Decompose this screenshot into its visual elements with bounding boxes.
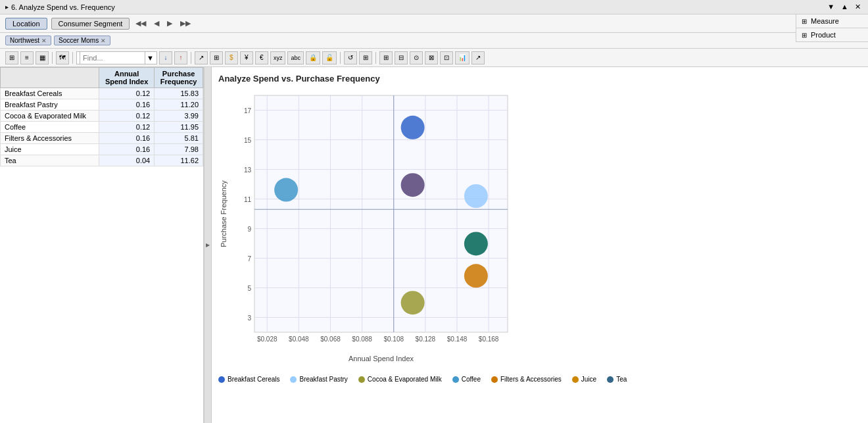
tb-export-icon[interactable]: ⊞: [359, 51, 372, 64]
nav-prev-button[interactable]: ◀: [152, 18, 161, 29]
svg-text:11: 11: [244, 196, 252, 203]
tb-chart-icon[interactable]: ▦: [36, 51, 49, 64]
svg-text:Purchase Frequency: Purchase Frequency: [220, 180, 228, 247]
bubble-breakfast-cereals[interactable]: [401, 116, 425, 139]
titlebar-controls: ▼ ▲ ✕: [825, 3, 863, 11]
tb-refresh-icon[interactable]: ↺: [344, 51, 357, 64]
measure-button[interactable]: ⊞ Measure: [796, 14, 868, 28]
bubble-filters-&-accessories[interactable]: [464, 264, 488, 287]
consumer-segment-button[interactable]: Consumer Segment: [51, 18, 130, 30]
tb-sep5: [375, 52, 376, 64]
table-row[interactable]: Tea 0.04 11.62: [1, 155, 203, 166]
tb-settings3[interactable]: ⊙: [410, 51, 423, 64]
nav-first-button[interactable]: ◀◀: [133, 18, 148, 29]
tb-abc-icon[interactable]: abc: [287, 51, 304, 64]
tb-settings5[interactable]: ⊡: [440, 51, 453, 64]
tb-dollar-icon[interactable]: $: [225, 51, 238, 64]
table-row[interactable]: Breakfast Cereals 0.12 15.83: [1, 88, 203, 99]
product-label: Product: [811, 31, 836, 39]
purchase-freq-cell: 3.99: [155, 111, 203, 122]
legend-dot: [358, 376, 365, 383]
location-button[interactable]: Location: [5, 18, 47, 30]
tb-link-icon[interactable]: ↗: [471, 51, 485, 64]
tb-grid-icon[interactable]: ⊞: [5, 51, 18, 64]
nav-next-button[interactable]: ▶: [165, 18, 174, 29]
tb-collapse-icon[interactable]: ⊞: [210, 51, 223, 64]
table-row[interactable]: Cocoa & Evaporated Milk 0.12 3.99: [1, 111, 203, 122]
tb-unlock-icon[interactable]: 🔓: [322, 51, 337, 64]
find-dropdown-arrow[interactable]: ▼: [147, 54, 154, 62]
svg-text:$0.128: $0.128: [416, 336, 436, 343]
svg-text:$0.108: $0.108: [383, 336, 404, 343]
chart-area: Analyze Spend vs. Purchase Frequency 357…: [212, 67, 868, 423]
legend-label: Filters & Accessories: [500, 376, 562, 383]
table-row[interactable]: Filters & Accessories 0.16 5.81: [1, 133, 203, 144]
legend-label: Breakfast Cereals: [228, 376, 279, 383]
bubble-breakfast-pastry[interactable]: [464, 184, 488, 208]
spend-index-cell: 0.12: [99, 88, 155, 99]
filter-northwest[interactable]: Northwest ✕: [5, 36, 51, 45]
filter-northwest-label: Northwest: [10, 37, 39, 44]
tb-settings2[interactable]: ⊟: [395, 51, 408, 64]
tb-map-icon[interactable]: 🗺: [56, 51, 69, 64]
spend-index-cell: 0.16: [99, 144, 155, 155]
tb-expand-icon[interactable]: ↗: [195, 51, 208, 64]
minimize-button[interactable]: ▼: [825, 3, 836, 11]
bubble-cocoa-&-evaporated-milk[interactable]: [401, 291, 425, 314]
legend-dot: [491, 376, 498, 383]
legend-item-filters-&-accessories: Filters & Accessories: [491, 376, 562, 383]
find-dropdown[interactable]: ▼: [76, 51, 157, 64]
tb-euro-icon[interactable]: €: [255, 51, 268, 64]
tb-find-down[interactable]: ↓: [159, 51, 172, 64]
tb-chart2-icon[interactable]: 📊: [455, 51, 470, 64]
table-area: AnnualSpend Index PurchaseFrequency Brea…: [0, 67, 204, 423]
tb-yen-icon[interactable]: ¥: [240, 51, 253, 64]
legend-item-cocoa-&-evaporated-milk: Cocoa & Evaporated Milk: [358, 376, 442, 383]
legend-dot: [572, 376, 579, 383]
legend-dot: [607, 376, 614, 383]
tb-settings4[interactable]: ⊠: [425, 51, 438, 64]
nav-last-button[interactable]: ▶▶: [178, 18, 193, 29]
table-row[interactable]: Breakfast Pastry 0.16 11.20: [1, 99, 203, 111]
data-table: AnnualSpend Index PurchaseFrequency Brea…: [0, 67, 203, 166]
table-body: Breakfast Cereals 0.12 15.83 Breakfast P…: [1, 88, 203, 166]
svg-text:$0.048: $0.048: [289, 336, 309, 343]
product-cell: Filters & Accessories: [1, 133, 99, 144]
svg-rect-0: [254, 95, 508, 332]
filter-soccer-moms-label: Soccer Moms: [59, 37, 99, 44]
table-row[interactable]: Juice 0.16 7.98: [1, 144, 203, 155]
close-button[interactable]: ✕: [853, 3, 863, 11]
legend-label: Juice: [581, 376, 596, 383]
svg-text:$0.028: $0.028: [257, 336, 277, 343]
restore-button[interactable]: ▲: [839, 3, 850, 11]
filter-soccer-moms-close[interactable]: ✕: [101, 37, 106, 44]
collapse-handle[interactable]: ▶: [204, 67, 212, 423]
svg-text:$0.068: $0.068: [320, 336, 341, 343]
bubble-coffee[interactable]: [401, 173, 425, 197]
product-cell: Tea: [1, 155, 99, 166]
tb-lock-icon[interactable]: 🔒: [306, 51, 320, 64]
product-cell: Breakfast Pastry: [1, 99, 99, 111]
tb-settings1[interactable]: ⊞: [379, 51, 393, 64]
purchase-freq-cell: 5.81: [155, 133, 203, 144]
tb-xyz-icon[interactable]: xyz: [270, 51, 286, 64]
find-input[interactable]: [80, 51, 145, 64]
tb-sep1: [52, 52, 53, 64]
tb-find-up[interactable]: ↑: [174, 51, 187, 64]
svg-text:7: 7: [247, 255, 251, 262]
svg-text:Annual Spend Index: Annual Spend Index: [349, 355, 414, 362]
purchase-freq-cell: 11.95: [155, 122, 203, 133]
toolbar: ⊞ ≡ ▦ 🗺 ▼ ↓ ↑ ↗ ⊞ $ ¥ € xyz abc 🔒 🔓 ↺ ⊞ …: [0, 49, 868, 67]
product-button[interactable]: ⊞ Product: [796, 28, 868, 42]
legend-item-tea: Tea: [607, 376, 627, 383]
svg-text:13: 13: [244, 166, 252, 174]
bubble-tea[interactable]: [274, 178, 298, 202]
scatter-chart: 357911131517$0.028$0.048$0.068$0.088$0.1…: [218, 89, 521, 372]
tb-list-icon[interactable]: ≡: [20, 51, 34, 64]
bubble-juice[interactable]: [464, 232, 488, 255]
table-row[interactable]: Coffee 0.12 11.95: [1, 122, 203, 133]
filter-soccer-moms[interactable]: Soccer Moms ✕: [54, 36, 110, 45]
svg-text:17: 17: [244, 107, 252, 114]
filter-northwest-close[interactable]: ✕: [41, 37, 47, 44]
chart-title: Analyze Spend vs. Purchase Frequency: [218, 74, 861, 84]
